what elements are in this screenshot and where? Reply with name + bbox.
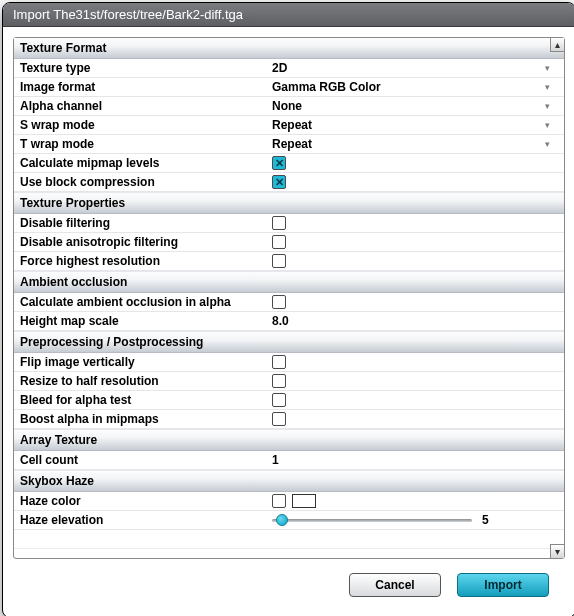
window-titlebar[interactable]: Import The31st/forest/tree/Bark2-diff.tg… (3, 3, 574, 27)
label-resize-half: Resize to half resolution (20, 374, 272, 388)
row-flip-vert: Flip image vertically (14, 353, 564, 372)
checkbox-resize-half[interactable] (272, 374, 286, 388)
value-height-scale: 8.0 (272, 314, 289, 328)
label-force-highest: Force highest resolution (20, 254, 272, 268)
label-bleed-alpha: Bleed for alpha test (20, 393, 272, 407)
row-calc-ao: Calculate ambient occlusion in alpha (14, 293, 564, 312)
label-alpha-channel: Alpha channel (20, 99, 272, 113)
empty-row (14, 549, 564, 558)
haze-elevation-slider[interactable] (272, 513, 472, 527)
row-haze-color: Haze color (14, 492, 564, 511)
row-disable-filtering: Disable filtering (14, 214, 564, 233)
import-dialog: Import The31st/forest/tree/Bark2-diff.tg… (2, 2, 574, 616)
row-force-highest: Force highest resolution (14, 252, 564, 271)
label-haze-color: Haze color (20, 494, 272, 508)
row-resize-half: Resize to half resolution (14, 372, 564, 391)
dialog-content: ▴ Texture Format Texture type 2D▾ Image … (3, 27, 574, 616)
label-calc-mipmap: Calculate mipmap levels (20, 156, 272, 170)
scroll-down-button[interactable]: ▾ (550, 544, 564, 558)
import-button[interactable]: Import (457, 573, 549, 597)
section-ambient-occlusion: Ambient occlusion (14, 271, 564, 293)
row-height-scale[interactable]: Height map scale 8.0 (14, 312, 564, 331)
label-boost-alpha: Boost alpha in mipmaps (20, 412, 272, 426)
checkbox-calc-ao[interactable] (272, 295, 286, 309)
row-alpha-channel[interactable]: Alpha channel None▾ (14, 97, 564, 116)
label-flip-vert: Flip image vertically (20, 355, 272, 369)
checkbox-haze-color[interactable] (272, 494, 286, 508)
label-disable-filtering: Disable filtering (20, 216, 272, 230)
label-height-scale: Height map scale (20, 314, 272, 328)
chevron-down-icon: ▾ (545, 101, 550, 111)
cancel-button[interactable]: Cancel (349, 573, 441, 597)
row-disable-aniso: Disable anisotropic filtering (14, 233, 564, 252)
chevron-down-icon: ▾ (545, 82, 550, 92)
label-image-format: Image format (20, 80, 272, 94)
value-cell-count: 1 (272, 453, 279, 467)
chevron-down-icon: ▾ (545, 63, 550, 73)
label-disable-aniso: Disable anisotropic filtering (20, 235, 272, 249)
button-bar: Cancel Import (13, 559, 565, 607)
label-haze-elevation: Haze elevation (20, 513, 272, 527)
checkbox-force-highest[interactable] (272, 254, 286, 268)
checkbox-block-compress[interactable] (272, 175, 286, 189)
section-preprocessing: Preprocessing / Postprocessing (14, 331, 564, 353)
checkbox-disable-filtering[interactable] (272, 216, 286, 230)
row-t-wrap[interactable]: T wrap mode Repeat▾ (14, 135, 564, 154)
label-calc-ao: Calculate ambient occlusion in alpha (20, 295, 272, 309)
properties-panel: ▴ Texture Format Texture type 2D▾ Image … (13, 37, 565, 559)
row-haze-elevation: Haze elevation 5 (14, 511, 564, 530)
label-t-wrap: T wrap mode (20, 137, 272, 151)
label-block-compress: Use block compression (20, 175, 272, 189)
checkbox-flip-vert[interactable] (272, 355, 286, 369)
value-t-wrap: Repeat (272, 137, 312, 151)
label-s-wrap: S wrap mode (20, 118, 272, 132)
label-texture-type: Texture type (20, 61, 272, 75)
value-image-format: Gamma RGB Color (272, 80, 381, 94)
row-image-format[interactable]: Image format Gamma RGB Color▾ (14, 78, 564, 97)
row-texture-type[interactable]: Texture type 2D▾ (14, 59, 564, 78)
label-cell-count: Cell count (20, 453, 272, 467)
row-calc-mipmap: Calculate mipmap levels (14, 154, 564, 173)
section-texture-format: Texture Format (14, 38, 564, 59)
section-array-texture: Array Texture (14, 429, 564, 451)
value-haze-elevation: 5 (482, 513, 489, 527)
window-title: Import The31st/forest/tree/Bark2-diff.tg… (13, 7, 243, 22)
value-s-wrap: Repeat (272, 118, 312, 132)
empty-row (14, 530, 564, 549)
haze-color-swatch[interactable] (292, 494, 316, 508)
row-s-wrap[interactable]: S wrap mode Repeat▾ (14, 116, 564, 135)
row-boost-alpha: Boost alpha in mipmaps (14, 410, 564, 429)
value-texture-type: 2D (272, 61, 287, 75)
chevron-down-icon: ▾ (545, 139, 550, 149)
chevron-down-icon: ▾ (545, 120, 550, 130)
value-alpha-channel: None (272, 99, 302, 113)
row-cell-count[interactable]: Cell count 1 (14, 451, 564, 470)
section-skybox-haze: Skybox Haze (14, 470, 564, 492)
checkbox-bleed-alpha[interactable] (272, 393, 286, 407)
section-texture-properties: Texture Properties (14, 192, 564, 214)
row-block-compress: Use block compression (14, 173, 564, 192)
checkbox-boost-alpha[interactable] (272, 412, 286, 426)
scroll-up-button[interactable]: ▴ (550, 38, 564, 52)
checkbox-disable-aniso[interactable] (272, 235, 286, 249)
checkbox-calc-mipmap[interactable] (272, 156, 286, 170)
row-bleed-alpha: Bleed for alpha test (14, 391, 564, 410)
